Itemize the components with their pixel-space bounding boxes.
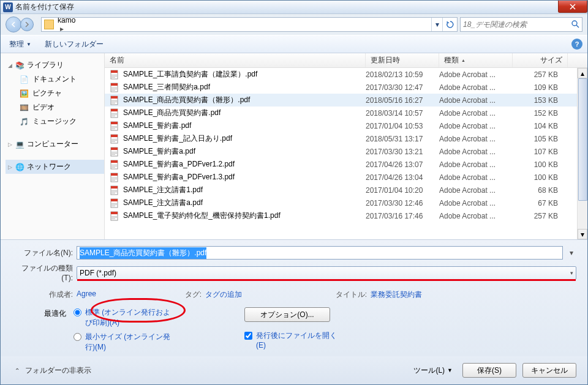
doc-title-value[interactable]: 業務委託契約書 [371, 290, 422, 300]
file-rows[interactable]: SAMPLE_工事請負契約書（建設業）.pdf2018/02/13 10:59A… [105, 68, 587, 239]
svg-rect-33 [111, 148, 118, 150]
nav-buttons [6, 17, 39, 32]
svg-rect-38 [111, 160, 118, 163]
svg-rect-55 [111, 204, 117, 205]
file-row[interactable]: SAMPLE_誓約書a_PDFver1.2.pdf2017/04/26 13:0… [105, 158, 587, 171]
breadcrumb-item[interactable]: kamo [58, 17, 138, 24]
svg-rect-56 [111, 206, 115, 206]
radio-minimum[interactable]: 最小サイズ (オンライン発行)(M) [74, 332, 171, 353]
radio-standard[interactable]: 標準 (オンライン発行および印刷)(A) [74, 307, 171, 328]
nav-forward-button[interactable] [20, 18, 34, 31]
filename-input[interactable]: SAMPLE_商品売買契約書（雛形）.pdf [77, 246, 563, 260]
close-button[interactable] [558, 1, 587, 13]
file-date: 2017/01/04 10:20 [366, 186, 439, 195]
file-row[interactable]: SAMPLE_注文請書a.pdf2017/03/30 12:46Adobe Ac… [105, 196, 587, 209]
open-after-publish-input[interactable] [244, 332, 252, 340]
file-type: Adobe Acrobat ... [439, 148, 513, 156]
radio-minimum-label: 最小サイズ (オンライン発行)(M) [85, 332, 171, 353]
scroll-down-button[interactable]: ▾ [578, 229, 587, 239]
pdf-file-icon [110, 134, 119, 144]
column-headers[interactable]: 名前 更新日時 種類▲ サイズ [105, 53, 587, 68]
radio-standard-input[interactable] [74, 308, 81, 316]
search-box[interactable] [460, 17, 582, 32]
nav-item-pictures[interactable]: 🖼️ピクチャ [6, 86, 104, 100]
file-name: SAMPLE_電子契約特化型_機密保持契約書1.pdf [123, 211, 281, 221]
author-value[interactable]: Agree [77, 290, 96, 300]
nav-item-music[interactable]: 🎵ミュージック [6, 114, 104, 129]
svg-point-0 [572, 21, 577, 26]
organize-menu[interactable]: 整理▼ [6, 38, 35, 51]
nav-network[interactable]: ▷ 🌐 ネットワーク [6, 160, 104, 174]
svg-rect-19 [111, 113, 117, 114]
navigation-pane[interactable]: ◢ 📚 ライブラリ 📄ドキュメント 🖼️ピクチャ 🎞️ビデオ 🎵ミュージック ▷… [1, 53, 105, 239]
column-size[interactable]: サイズ [513, 53, 568, 67]
file-row[interactable]: SAMPLE_商品売買契約書.pdf2018/03/14 10:57Adobe … [105, 107, 587, 119]
svg-rect-25 [111, 127, 117, 128]
file-date: 2018/05/16 16:27 [366, 96, 439, 105]
file-size: 67 KB [513, 199, 568, 207]
refresh-button[interactable] [442, 17, 457, 32]
file-row[interactable]: SAMPLE_工事請負契約書（建設業）.pdf2018/02/13 10:59A… [105, 68, 587, 81]
breadcrumb-path[interactable]: 電子契約サービス推進室▸専用▸kamo▸10_営業関連▸18_デモ関連▸ ▾ [41, 17, 458, 32]
path-dropdown-button[interactable]: ▾ [431, 17, 442, 32]
file-row[interactable]: SAMPLE_注文請書1.pdf2017/01/04 10:20Adobe Ac… [105, 184, 587, 196]
pdf-file-icon [110, 121, 119, 131]
open-after-publish-label: 発行後にファイルを開く(E) [256, 331, 342, 349]
new-folder-button[interactable]: 新しいフォルダー [41, 38, 107, 51]
cancel-button[interactable]: キャンセル [522, 363, 576, 378]
nav-back-button[interactable] [6, 17, 21, 32]
filetype-combo[interactable]: PDF (*.pdf) ▾ [77, 266, 576, 280]
svg-rect-5 [111, 76, 117, 77]
tag-value[interactable]: タグの追加 [205, 290, 242, 300]
file-list-pane: 名前 更新日時 種類▲ サイズ SAMPLE_工事請負契約書（建設業）.pdf2… [105, 53, 587, 239]
options-row: 最適化 標準 (オンライン発行および印刷)(A) 最小サイズ (オンライン発行)… [12, 304, 576, 353]
file-date: 2017/03/30 12:46 [366, 199, 439, 207]
svg-rect-61 [111, 219, 115, 219]
svg-rect-6 [111, 77, 115, 78]
tools-menu[interactable]: ツール(L) ▼ [410, 364, 456, 377]
column-type[interactable]: 種類▲ [439, 53, 513, 67]
open-after-publish-checkbox[interactable]: 発行後にファイルを開く(E) [244, 331, 342, 349]
nav-item-documents[interactable]: 📄ドキュメント [6, 72, 104, 86]
refresh-icon [446, 20, 454, 29]
file-row[interactable]: SAMPLE_三者間契約a.pdf2017/03/30 12:47Adobe A… [105, 81, 587, 94]
nav-libraries[interactable]: ◢ 📚 ライブラリ [6, 58, 104, 72]
file-type: Adobe Acrobat ... [439, 212, 513, 220]
file-row[interactable]: SAMPLE_誓約書a.pdf2017/03/30 13:21Adobe Acr… [105, 145, 587, 158]
help-button[interactable]: ? [571, 39, 582, 50]
pdf-file-icon [110, 173, 119, 182]
file-row[interactable]: SAMPLE_誓約書a_PDFver1.3.pdf2017/04/26 13:0… [105, 171, 587, 184]
hide-folders-label: フォルダーの非表示 [25, 365, 91, 376]
pdf-file-icon [110, 198, 119, 208]
svg-rect-3 [111, 70, 118, 73]
vertical-scrollbar[interactable]: ▴ ▾ [577, 68, 587, 239]
nav-computer[interactable]: ▷ 💻 コンピューター [6, 137, 104, 151]
chevron-down-icon: ▼ [26, 42, 31, 47]
radio-minimum-input[interactable] [74, 333, 81, 341]
file-name: SAMPLE_注文請書a.pdf [123, 198, 203, 208]
svg-line-1 [576, 25, 579, 28]
svg-rect-28 [111, 135, 118, 137]
file-row[interactable]: SAMPLE_誓約書.pdf2017/01/04 10:53Adobe Acro… [105, 119, 587, 132]
radio-standard-label: 標準 (オンライン発行および印刷)(A) [85, 307, 171, 328]
file-row[interactable]: SAMPLE_電子契約特化型_機密保持契約書1.pdf2017/03/16 17… [105, 209, 587, 222]
file-row[interactable]: SAMPLE_商品売買契約書（雛形）.pdf2018/05/16 16:27Ad… [105, 94, 587, 107]
save-button[interactable]: 保存(S) [462, 363, 516, 378]
pdf-file-icon [110, 83, 119, 92]
options-button[interactable]: オプション(O)... [244, 307, 330, 322]
column-date[interactable]: 更新日時 [366, 53, 439, 67]
file-row[interactable]: SAMPLE_誓約書_記入日あり.pdf2018/05/31 13:17Adob… [105, 132, 587, 145]
file-size: 153 KB [513, 96, 568, 105]
filename-dropdown-button[interactable]: ▾ [567, 249, 576, 257]
column-name[interactable]: 名前 [105, 53, 366, 67]
file-type: Adobe Acrobat ... [439, 96, 513, 105]
nav-item-videos[interactable]: 🎞️ビデオ [6, 100, 104, 114]
svg-rect-58 [111, 212, 118, 214]
hide-folders-button[interactable]: ⌃ フォルダーの非表示 [12, 365, 91, 376]
svg-rect-29 [111, 139, 117, 140]
scroll-up-button[interactable]: ▴ [578, 68, 587, 78]
svg-rect-8 [111, 83, 118, 86]
search-input[interactable] [463, 20, 571, 29]
scroll-thumb[interactable] [578, 78, 587, 201]
new-folder-label: 新しいフォルダー [45, 39, 104, 50]
